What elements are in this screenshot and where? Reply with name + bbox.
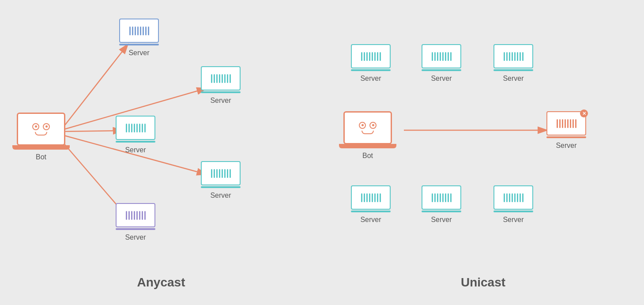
server-lines-2 <box>211 74 231 83</box>
unicast-server-label-b2: Server <box>431 216 452 224</box>
server-line <box>143 26 144 35</box>
robot-face <box>28 118 54 140</box>
anycast-bot-label: Bot <box>36 153 46 161</box>
server-line <box>224 169 226 178</box>
server-line <box>374 52 376 61</box>
unicast-bot: Bot <box>339 111 396 160</box>
server-line <box>377 52 378 61</box>
server-line <box>137 26 139 35</box>
server-line <box>222 74 223 83</box>
server-line <box>504 52 505 61</box>
server-line <box>211 74 212 83</box>
server-box <box>422 185 461 210</box>
server-line <box>440 52 441 61</box>
server-box-2 <box>201 66 241 90</box>
server-line <box>126 124 127 132</box>
unicast-server-top-1: Server <box>351 44 391 83</box>
server-line <box>132 26 133 35</box>
server-line <box>504 193 505 202</box>
server-line <box>448 193 449 202</box>
server-line <box>517 52 518 61</box>
server-line <box>557 119 558 128</box>
anycast-server-4: Server <box>201 161 241 200</box>
server-box <box>493 44 533 68</box>
robot-mouth <box>35 132 47 136</box>
server-line <box>517 193 518 202</box>
server-line <box>450 52 452 61</box>
server-line <box>369 52 370 61</box>
unicast-server-label-b1: Server <box>360 216 381 224</box>
server-underline-2 <box>201 91 241 93</box>
server-line <box>442 52 444 61</box>
error-badge: ✕ <box>580 109 588 117</box>
unicast-server-top-2: Server <box>422 44 461 83</box>
server-line <box>372 193 373 202</box>
server-lines-1 <box>129 26 149 35</box>
robot-eyes <box>359 122 377 129</box>
robot-pupil-left <box>362 124 364 126</box>
unicast-server-label-t3: Server <box>503 75 523 83</box>
unicast-server-bottom-2: Server <box>422 185 461 224</box>
unicast-title: Unicast <box>461 275 505 290</box>
server-lines <box>504 193 523 202</box>
anycast-server-label-5: Server <box>125 233 146 241</box>
server-box <box>351 185 391 210</box>
server-box-3 <box>116 116 155 140</box>
server-line <box>520 52 521 61</box>
robot-eye-left <box>32 123 39 130</box>
server-line <box>145 26 147 35</box>
server-line <box>520 193 521 202</box>
server-line <box>142 211 143 220</box>
server-line <box>134 211 135 220</box>
server-line <box>142 124 143 132</box>
server-line <box>374 193 376 202</box>
server-line <box>434 52 436 61</box>
server-line <box>224 74 226 83</box>
server-line <box>570 119 571 128</box>
server-line <box>135 26 136 35</box>
server-line <box>139 211 140 220</box>
server-underline <box>493 211 533 212</box>
server-line <box>522 193 523 202</box>
server-line <box>434 193 436 202</box>
server-box-5 <box>116 203 155 227</box>
server-line <box>222 169 223 178</box>
server-line <box>361 52 362 61</box>
anycast-server-label-3: Server <box>125 146 146 154</box>
server-lines-target <box>557 119 576 128</box>
anycast-server-3: Server <box>116 116 155 154</box>
server-underline-1 <box>119 44 159 45</box>
unicast-server-bottom-3: Server <box>493 185 533 224</box>
unicast-server-label-t2: Server <box>431 75 452 83</box>
server-line <box>136 124 138 132</box>
server-line <box>214 169 215 178</box>
server-box <box>422 44 461 68</box>
server-line <box>361 193 362 202</box>
server-underline-3 <box>116 141 155 143</box>
server-line <box>364 193 365 202</box>
server-line <box>512 52 513 61</box>
svg-line-3 <box>61 131 123 132</box>
server-lines <box>361 193 381 202</box>
server-underline <box>422 211 461 212</box>
server-line <box>565 119 566 128</box>
server-underline <box>493 69 533 71</box>
server-line <box>380 52 381 61</box>
bot-laptop <box>17 113 65 146</box>
server-underline <box>351 211 391 212</box>
anycast-server-label-1: Server <box>128 49 149 57</box>
server-line <box>131 211 132 220</box>
server-underline <box>422 69 461 71</box>
server-underline-4 <box>201 186 241 188</box>
server-line <box>509 193 510 202</box>
server-line <box>134 124 135 132</box>
server-line <box>219 169 220 178</box>
server-line <box>372 52 373 61</box>
robot-eye-right <box>43 123 50 130</box>
robot-pupil-right <box>45 125 48 128</box>
server-line <box>139 124 140 132</box>
server-box-4 <box>201 161 241 185</box>
server-line <box>445 193 446 202</box>
robot-pupil-right <box>372 124 374 126</box>
server-lines-3 <box>126 124 146 132</box>
